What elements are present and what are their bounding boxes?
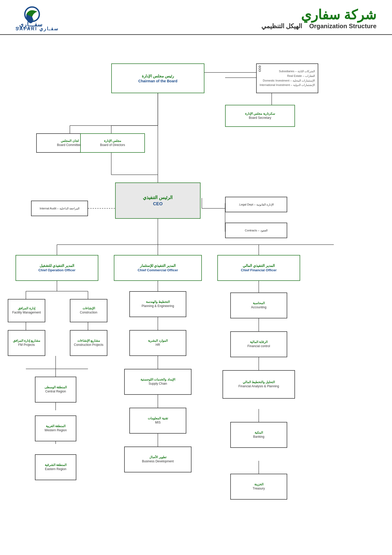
title-area: شركة سفاري الهيكل التنظيمي Organization … xyxy=(261,7,376,30)
board-secretary-box: سكرتارية مجلس الإدارة Board Secretary xyxy=(225,105,295,127)
ceo-box: الرئيس التنفيذي CEO xyxy=(115,182,201,219)
cco-label: CCO xyxy=(258,65,261,72)
org-subtitle: الهيكل التنظيمي Organization Structure xyxy=(261,23,376,30)
accounting-box: المحاسبة Accounting xyxy=(230,293,287,318)
company-name: شركة سفاري xyxy=(261,7,376,23)
chairman-box: رئيس مجلس الإدارة Chairman of the Board xyxy=(111,63,204,93)
hr-box: الموارد البشرية HR xyxy=(129,330,186,356)
cfo-box: المدير التنفيذي المالي Chief Financial O… xyxy=(217,255,300,281)
mis-box: تقنية المعلومات MIS xyxy=(129,408,186,434)
construction-box: الإنشاءات Construction xyxy=(70,299,107,322)
eastern-region-box: المنطقة الشرقية Eastern Region xyxy=(35,454,76,480)
contracts-box: العقود – Contracts xyxy=(225,223,287,238)
legal-dept-box: الإدارة القانونية – Legal Dept. xyxy=(225,197,287,212)
financial-analysis-box: التحليل والتخطيط المالي Financial Analys… xyxy=(223,370,295,399)
cco-box: الشركات الثابثة – Subsidiaries العقارات … xyxy=(256,63,318,93)
logo-area: سفـــاري SAFARI SAFARI سفـاري xyxy=(16,5,59,32)
financial-control-box: الرقابة المالية Financial control xyxy=(230,331,287,357)
western-region-box: المنطقة الغربية Western Region xyxy=(35,415,76,441)
ccomo-box: المدير التنفيذي للإستثمار Chief Commerci… xyxy=(114,255,202,281)
facility-mgmt-box: إدارة المرافق Facility Management xyxy=(8,299,45,322)
business-dev-box: تطوير الأصال Business Development xyxy=(124,447,191,472)
header: سفـــاري SAFARI SAFARI سفـاري شركة سفاري… xyxy=(0,0,392,35)
treasury-box: الخزينة Treasury xyxy=(230,474,287,500)
central-region-box: المنطقة الوسطى Central Region xyxy=(35,377,76,403)
internal-audit-box: المراجعة الداخلية – Internal Audit xyxy=(31,201,88,216)
construction-projects-box: مشاريع الإنشاءات Construction Projects xyxy=(70,330,107,356)
board-directors-box: مجلس الإدارة Board of Directors xyxy=(80,133,145,153)
safari-text: SAFARI سفـاري xyxy=(16,26,59,32)
banking-box: البنكية Banking xyxy=(230,422,287,448)
fm-projects-box: مشاريع إدارة المرافق FM Projects xyxy=(8,330,45,356)
safari-logo: سفـــاري SAFARI xyxy=(17,5,58,28)
planning-eng-box: التخطيط والهندسة Planning & Engineering xyxy=(129,291,186,317)
coo-box: المدير التنفيذي للتشغيل Chief Operation … xyxy=(16,255,98,281)
supply-chain-box: الإمداد والخدمات اللوجستية Supply Chain xyxy=(124,369,191,395)
org-chart: رئيس مجلس الإدارة Chairman of the Board … xyxy=(0,38,392,550)
